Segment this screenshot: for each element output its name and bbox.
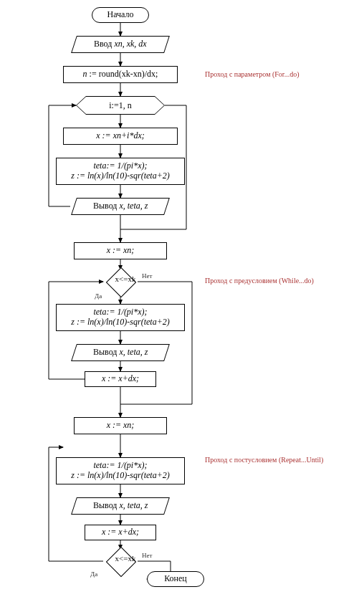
terminator-end: Конец	[147, 571, 204, 587]
x-repeat-step-text: x := x+dx;	[102, 527, 139, 538]
decision-while-text: x<=xk	[115, 274, 136, 283]
process-x-while-init: x := xn;	[74, 242, 167, 259]
process-x-repeat-init: x := xn;	[74, 417, 167, 434]
repeat-branch-no: Нет	[142, 552, 152, 559]
decision-repeat: x<=xk	[106, 547, 136, 577]
annotation-for: Проход с параметром (For...do)	[205, 70, 299, 78]
loop-header-text: i:=1, n	[109, 100, 131, 111]
process-n-assign: n := round(xk-xn)/dx;	[63, 66, 178, 83]
decision-while: x<=xk	[106, 267, 136, 297]
end-label: Конец	[164, 574, 187, 584]
annotation-repeat: Проход с постусловием (Repeat...Until)	[205, 456, 323, 464]
process-calc-while: teta:= 1/(pi*x); z := ln(x)/ln(10)-sqr(t…	[56, 304, 185, 331]
io-input: Ввод xn, xk, dx	[71, 36, 170, 53]
process-calc-for: teta:= 1/(pi*x); z := ln(x)/ln(10)-sqr(t…	[56, 158, 185, 185]
while-branch-yes: Да	[95, 292, 102, 300]
process-calc-repeat: teta:= 1/(pi*x); z := ln(x)/ln(10)-sqr(t…	[56, 457, 185, 484]
n-assign-text: n := round(xk-xn)/dx;	[83, 70, 158, 80]
repeat-branch-yes: Да	[90, 570, 97, 578]
x-while-init-text: x := xn;	[107, 246, 135, 256]
calc-for-l2: z := ln(x)/ln(10)-sqr(teta+2)	[71, 171, 170, 181]
process-x-while-step: x := x+dx;	[85, 371, 156, 387]
x-for-text: x := xn+i*dx;	[96, 131, 145, 141]
io-input-text: Ввод xn, xk, dx	[94, 39, 147, 49]
connector-lines	[6, 6, 358, 591]
io-output-while: Вывод x, teta, z	[71, 344, 170, 361]
io-output-while-text: Вывод x, teta, z	[93, 348, 148, 358]
decision-repeat-text: x<=xk	[115, 554, 136, 563]
process-x-repeat-step: x := x+dx;	[85, 525, 156, 540]
loop-for-header: i:=1, n	[76, 96, 165, 115]
io-output-repeat: Вывод x, teta, z	[71, 497, 170, 515]
calc-repeat-l1: teta:= 1/(pi*x);	[93, 461, 147, 471]
while-branch-no: Нет	[142, 272, 152, 280]
annotation-while: Проход с предусловием (While...do)	[205, 277, 314, 285]
io-output-repeat-text: Вывод x, teta, z	[93, 501, 148, 511]
terminator-start: Начало	[92, 7, 149, 23]
io-output-for: Вывод x, teta, z	[71, 198, 170, 215]
calc-while-l2: z := ln(x)/ln(10)-sqr(teta+2)	[71, 317, 170, 328]
x-repeat-init-text: x := xn;	[107, 421, 135, 431]
start-label: Начало	[107, 10, 134, 20]
calc-while-l1: teta:= 1/(pi*x);	[93, 307, 147, 317]
process-x-for: x := xn+i*dx;	[63, 128, 178, 145]
flowchart-canvas: Начало Ввод xn, xk, dx n := round(xk-xn)…	[6, 6, 358, 591]
io-output-for-text: Вывод x, teta, z	[93, 201, 148, 211]
x-while-step-text: x := x+dx;	[102, 374, 139, 384]
calc-for-l1: teta:= 1/(pi*x);	[93, 161, 147, 171]
calc-repeat-l2: z := ln(x)/ln(10)-sqr(teta+2)	[71, 471, 170, 481]
